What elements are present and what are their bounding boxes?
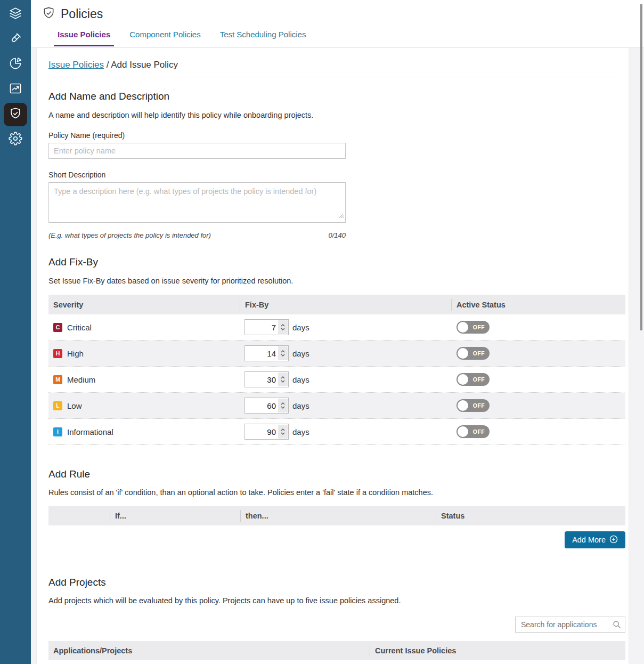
active-status-toggle[interactable]: OFF	[456, 347, 490, 360]
days-unit-label: days	[292, 401, 309, 410]
toggle-state-label: OFF	[468, 402, 490, 409]
active-status-toggle[interactable]: OFF	[456, 321, 490, 334]
days-input-group	[244, 371, 289, 387]
section-desc-rule: Rules consist of an 'if' condition, than…	[48, 488, 629, 497]
column-header-active-status: Active Status	[451, 299, 625, 311]
severity-label: High	[67, 349, 84, 358]
line-chart-icon	[9, 82, 22, 98]
breadcrumb: Issue Policies / Add Issue Policy	[48, 60, 629, 70]
column-header-fixby: Fix-By	[240, 299, 451, 311]
section-desc-name: A name and description will help identif…	[48, 111, 629, 119]
test-tube-icon	[9, 31, 22, 47]
column-header-status: Status	[436, 510, 625, 522]
severity-label: Critical	[67, 323, 92, 332]
toggle-state-label: OFF	[468, 324, 490, 330]
days-unit-label: days	[292, 375, 309, 384]
days-input[interactable]	[245, 346, 278, 361]
section-heading-name: Add Name and Description	[48, 91, 629, 102]
days-input-group	[244, 345, 289, 361]
sidebar-item-reports[interactable]	[4, 53, 27, 76]
shield-check-icon	[9, 107, 22, 123]
page-header: Policies Issue Policies Component Polici…	[31, 0, 644, 48]
breadcrumb-link-issue-policies[interactable]: Issue Policies	[48, 60, 104, 70]
section-heading-projects: Add Projects	[48, 577, 629, 588]
fixby-row-high: H High days OFF	[48, 341, 625, 367]
tab-bar: Issue Policies Component Policies Test S…	[54, 30, 644, 46]
breadcrumb-current: Add Issue Policy	[111, 60, 178, 70]
days-unit-label: days	[292, 427, 309, 436]
severity-label: Informational	[67, 427, 113, 436]
days-unit-label: days	[292, 323, 309, 332]
column-header-then: then...	[240, 510, 436, 522]
fixby-row-medium: M Medium days OFF	[48, 367, 625, 393]
stepper-buttons[interactable]	[278, 373, 288, 386]
toggle-knob	[458, 322, 468, 333]
resize-grip-icon[interactable]	[339, 211, 344, 221]
plus-circle-icon	[609, 535, 618, 545]
days-input[interactable]	[245, 398, 278, 413]
content-card: Issue Policies / Add Issue Policy Add Na…	[36, 48, 629, 664]
vertical-scrollbar[interactable]	[640, 4, 642, 330]
section-heading-fixby: Add Fix-By	[48, 256, 629, 268]
column-header-applications-projects: Applications/Projects	[48, 645, 370, 657]
tab-issue-policies[interactable]: Issue Policies	[54, 30, 114, 46]
projects-table-header: Applications/Projects Current Issue Poli…	[48, 641, 625, 660]
stepper-buttons[interactable]	[278, 346, 288, 360]
add-more-label: Add More	[572, 536, 606, 544]
severity-label: Low	[67, 401, 82, 410]
divider	[42, 77, 623, 77]
column-header-if: If...	[110, 510, 240, 522]
severity-badge-medium: M	[53, 375, 62, 384]
severity-badge-high: H	[53, 349, 62, 358]
stepper-buttons[interactable]	[278, 399, 288, 412]
rule-table: If... then... Status	[48, 506, 625, 525]
tab-component-policies[interactable]: Component Policies	[126, 30, 204, 46]
days-input-group	[244, 398, 289, 414]
column-header-severity: Severity	[48, 299, 240, 311]
severity-badge-critical: C	[53, 323, 62, 332]
sidebar-item-metrics[interactable]	[4, 78, 27, 101]
severity-label: Medium	[67, 375, 95, 384]
short-description-label: Short Description	[48, 171, 629, 179]
rule-table-header: If... then... Status	[48, 506, 625, 525]
sidebar-item-settings[interactable]	[4, 128, 27, 151]
toggle-state-label: OFF	[468, 428, 490, 435]
column-header-empty	[48, 510, 110, 522]
toggle-knob	[458, 348, 468, 359]
sidebar-item-policies[interactable]	[4, 103, 27, 126]
policy-name-input[interactable]	[48, 143, 346, 159]
days-input-group	[244, 424, 289, 440]
char-counter: 0/140	[328, 231, 346, 239]
shield-check-icon	[42, 6, 56, 22]
short-description-textarea[interactable]	[48, 182, 346, 223]
policy-name-label: Policy Name (required)	[48, 131, 629, 140]
sidebar-item-layers[interactable]	[4, 3, 27, 26]
tab-test-scheduling-policies[interactable]: Test Scheduling Policies	[216, 30, 310, 46]
toggle-state-label: OFF	[468, 376, 490, 383]
toggle-knob	[458, 400, 468, 411]
sidebar	[0, 0, 31, 664]
toggle-state-label: OFF	[468, 350, 490, 357]
sidebar-item-tests[interactable]	[4, 28, 27, 51]
fixby-row-critical: C Critical days OFF	[48, 314, 625, 341]
active-status-toggle[interactable]: OFF	[456, 425, 490, 438]
days-input[interactable]	[245, 372, 278, 387]
fixby-row-low: L Low days OFF	[48, 393, 625, 419]
days-input[interactable]	[245, 320, 278, 335]
stepper-buttons[interactable]	[278, 320, 288, 334]
days-input[interactable]	[245, 424, 278, 439]
breadcrumb-separator: /	[107, 60, 109, 70]
stepper-buttons[interactable]	[278, 425, 288, 439]
toggle-knob	[458, 426, 468, 437]
pie-chart-icon	[9, 56, 22, 72]
fixby-table: Severity Fix-By Active Status C Critical…	[48, 295, 625, 445]
gear-icon	[9, 132, 22, 148]
application-search-input[interactable]	[515, 617, 625, 633]
fixby-table-header: Severity Fix-By Active Status	[48, 295, 625, 314]
active-status-toggle[interactable]: OFF	[456, 373, 490, 386]
active-status-toggle[interactable]: OFF	[456, 399, 490, 412]
section-desc-fixby: Set Issue Fix-By dates based on issue se…	[48, 277, 629, 285]
description-helper-text: (E.g. what types of projects the policy …	[48, 231, 211, 239]
add-more-button[interactable]: Add More	[565, 531, 625, 548]
fixby-row-informational: I Informational days OFF	[48, 419, 625, 445]
